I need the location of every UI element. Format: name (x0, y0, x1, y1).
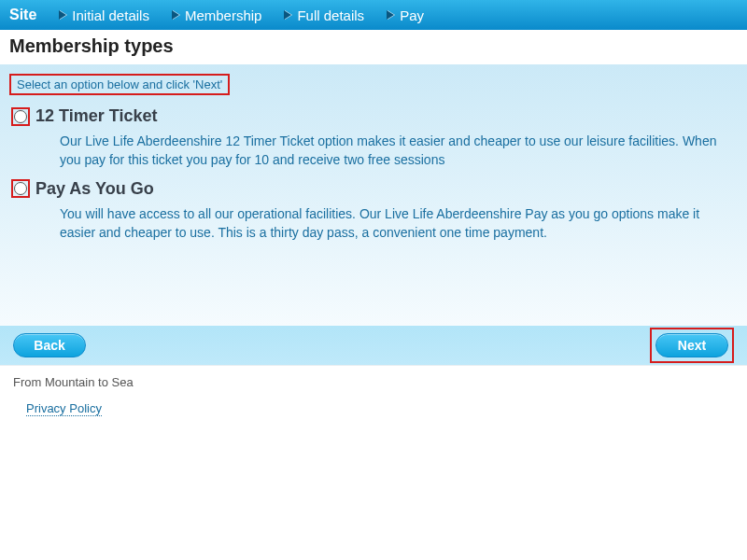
content-panel: Select an option below and click 'Next' … (0, 64, 747, 326)
option-description: Our Live Life Aberdeenshire 12 Timer Tic… (60, 132, 730, 170)
page-title: Membership types (9, 35, 738, 57)
breadcrumb-site[interactable]: Site (7, 0, 48, 30)
option-title: Pay As You Go (35, 179, 154, 199)
option-title: 12 Timer Ticket (35, 106, 157, 126)
breadcrumb-step-label: Pay (400, 7, 424, 23)
instruction-text: Select an option below and click 'Next' (9, 74, 230, 95)
option-radio[interactable] (14, 182, 27, 195)
back-button[interactable]: Back (13, 333, 86, 357)
breadcrumb-step-initial-details[interactable]: Initial details (48, 0, 161, 30)
option-description: You will have access to all our operatio… (60, 204, 730, 243)
chevron-right-icon (387, 10, 394, 20)
privacy-policy-link[interactable]: Privacy Policy (26, 401, 102, 416)
radio-highlight (11, 179, 30, 198)
breadcrumb-step-pay[interactable]: Pay (375, 0, 435, 30)
next-button[interactable]: Next (655, 333, 728, 357)
breadcrumb-bar: Site Initial details Membership Full det… (0, 0, 747, 30)
option-radio[interactable] (14, 110, 27, 123)
breadcrumb-step-label: Full details (297, 7, 364, 23)
option-pay-as-you-go: Pay As You Go You will have access to al… (9, 179, 738, 243)
radio-highlight (11, 107, 30, 126)
options-list: 12 Timer Ticket Our Live Life Aberdeensh… (9, 106, 738, 242)
breadcrumb-step-label: Membership (185, 7, 262, 23)
page-title-wrap: Membership types (0, 30, 747, 64)
footer-tagline: From Mountain to Sea (13, 375, 734, 389)
breadcrumb-site-label: Site (9, 7, 36, 23)
footer: From Mountain to Sea Privacy Policy (0, 365, 747, 439)
chevron-right-icon (284, 10, 291, 20)
option-12-timer-ticket: 12 Timer Ticket Our Live Life Aberdeensh… (9, 106, 738, 170)
chevron-right-icon (59, 10, 66, 20)
next-highlight: Next (650, 328, 734, 363)
breadcrumb-step-membership[interactable]: Membership (161, 0, 274, 30)
breadcrumb-step-label: Initial details (72, 7, 149, 23)
breadcrumb-step-full-details[interactable]: Full details (273, 0, 375, 30)
chevron-right-icon (172, 10, 179, 20)
button-bar: Back Next (0, 326, 747, 365)
